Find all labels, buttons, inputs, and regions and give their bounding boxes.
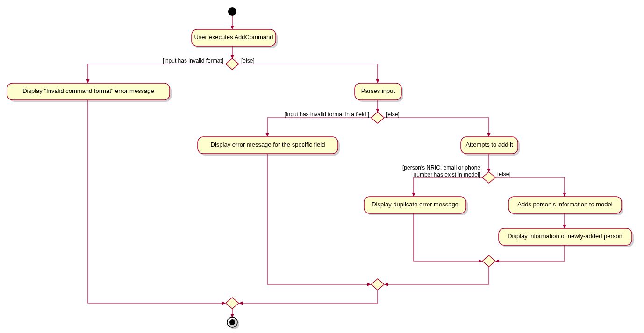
- guard-g1-left: [input has invalid format]: [163, 57, 223, 64]
- end-node-inner: [229, 319, 235, 325]
- activity-invalid-cmd-label: Display "Invalid command format" error m…: [22, 87, 154, 94]
- guard-g2-left: [input has invalid format in a field ]: [285, 111, 369, 118]
- activity-newly-label: Display information of newly-added perso…: [508, 233, 623, 240]
- decision-1: [226, 58, 239, 70]
- activity-field-err-label: Display error message for the specific f…: [211, 141, 325, 148]
- merge-1: [226, 298, 239, 309]
- activity-dup-err-label: Display duplicate error message: [372, 201, 458, 208]
- activity-adds-label: Adds person's information to model: [517, 201, 612, 208]
- guard-g2-right: [else]: [386, 111, 400, 118]
- activity-parses-label: Parses input: [361, 87, 395, 94]
- merge-3: [482, 255, 495, 267]
- start-node: [228, 7, 236, 16]
- decision-3: [482, 172, 495, 183]
- activity-user-executes-label: User executes AddCommand: [194, 34, 273, 41]
- activity-attempts-label: Attempts to add it: [465, 141, 513, 148]
- decision-2: [371, 112, 384, 123]
- guard-g1-right: [else]: [241, 57, 255, 64]
- merge-2: [371, 279, 384, 290]
- guard-g3-right: [else]: [497, 171, 511, 177]
- guard-g3-left-l2: number has exist in model]: [414, 171, 480, 178]
- guard-g3-left-l1: [person's NRIC, email or phone: [402, 164, 480, 171]
